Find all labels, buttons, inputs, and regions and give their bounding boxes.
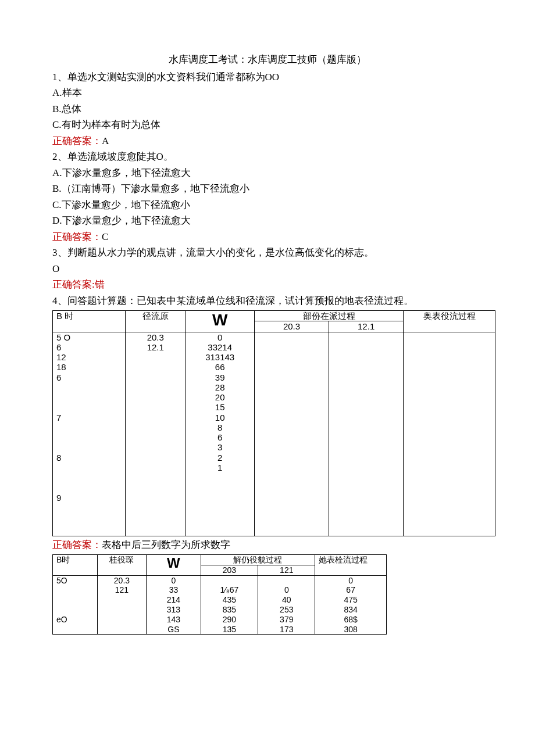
t1-col-r: 20.3 12.1 xyxy=(126,332,186,536)
q2-option-c: C.下渗水量愈少，地下径流愈小 xyxy=(52,198,483,213)
q2-option-a: A.下渗水量愈多，地下径流愈大 xyxy=(52,166,483,181)
q1-stem: 1、单选水文测站实测的水文资料我们通常都称为OO xyxy=(52,70,483,85)
t2-h-b: B时 xyxy=(53,555,98,576)
t2-h-p2: 121 xyxy=(258,565,315,575)
t2-h-ta: 她表栓流过程 xyxy=(315,555,387,576)
q3-blank: O xyxy=(52,261,483,277)
t2-col-p1: 1⁄₈67 435 835 290 135 xyxy=(201,575,258,635)
t1-h-p: 部份在派过程 xyxy=(254,311,403,321)
q1-option-a: A.样本 xyxy=(52,85,483,101)
t1-col-w: 0 33214 313143 66 39 28 20 15 10 8 6 3 2… xyxy=(186,332,254,536)
q2-answer: 正确答案：C xyxy=(52,230,483,245)
page-title: 水库调度工考试：水库调度工技师（题库版） xyxy=(52,52,483,67)
q2-answer-label: 正确答案： xyxy=(52,231,102,242)
t1-col-b: 5 O 6 12 18 6 7 8 9 xyxy=(53,332,126,536)
t1-col-p2 xyxy=(329,332,404,536)
t2-col-g: 20.3 121 xyxy=(97,575,147,635)
q3-stem: 3、判断题从水力学的观点讲，流量大小的变化，是水位高低变化的标志。 xyxy=(52,245,483,260)
t1-h-p1: 20.3 xyxy=(254,321,329,332)
t1-h-b: B 时 xyxy=(53,311,126,332)
q4-answer-text: 表格中后三列数字为所求数字 xyxy=(102,539,230,550)
t1-col-p1 xyxy=(254,332,329,536)
q1-option-b: B.总体 xyxy=(52,102,483,117)
t1-h-w: W xyxy=(186,311,254,332)
q4-stem: 4、问答题计算题：已知表中某流域单位线和径流深，试计算预报的地表径流过程。 xyxy=(52,293,483,309)
t2-h-p: 解仍役貌过程 xyxy=(201,555,315,565)
q3-answer-label: 正确答案: xyxy=(52,279,95,290)
page: 水库调度工考试：水库调度工技师（题库版） 1、单选水文测站实测的水文资料我们通常… xyxy=(0,0,535,756)
t2-col-p2: 0 40 253 379 173 xyxy=(258,575,315,635)
t2-h-g: 桂役琛 xyxy=(97,555,147,576)
t1-h-p2: 12.1 xyxy=(329,321,404,332)
q2-answer-value: C xyxy=(102,231,108,242)
t2-h-w: W xyxy=(147,555,201,576)
q3-answer-value: 错 xyxy=(95,279,105,290)
q1-answer-label: 正确答案： xyxy=(52,135,102,146)
t1-h-r: 径流原 xyxy=(126,311,186,332)
q2-option-d: D.下渗水量愈少，地下径流愈大 xyxy=(52,213,483,228)
q4-answer: 正确答案：表格中后三列数字为所求数字 xyxy=(52,538,483,553)
t2-col-b: 5O eO xyxy=(53,575,98,635)
q4-answer-label: 正确答案： xyxy=(52,539,102,550)
t1-h-ao: 奥表役沆过程 xyxy=(404,311,495,332)
q4-table-question: B 时 径流原 W 部份在派过程 奥表役沆过程 20.3 12.1 5 O 6 … xyxy=(52,310,495,536)
q1-answer-value: A xyxy=(102,135,109,146)
q4-table-answer: B时 桂役琛 W 解仍役貌过程 她表栓流过程 203 121 5O eO 20.… xyxy=(52,554,387,635)
t2-col-ta: 0 67 475 834 68$ 308 xyxy=(315,575,387,635)
q1-answer: 正确答案：A xyxy=(52,134,483,149)
q1-option-c: C.有时为样本有时为总体 xyxy=(52,117,483,132)
t1-col-ao xyxy=(404,332,495,536)
q2-stem: 2、单选流域坡度愈陡其O。 xyxy=(52,149,483,164)
q3-answer: 正确答案:错 xyxy=(52,277,483,292)
t2-h-p1: 203 xyxy=(201,565,258,575)
q2-option-b: B.（江南博哥）下渗水量愈多，地下径流愈小 xyxy=(52,181,483,196)
t2-col-w: 0 33 214 313 143 GS xyxy=(147,575,201,635)
